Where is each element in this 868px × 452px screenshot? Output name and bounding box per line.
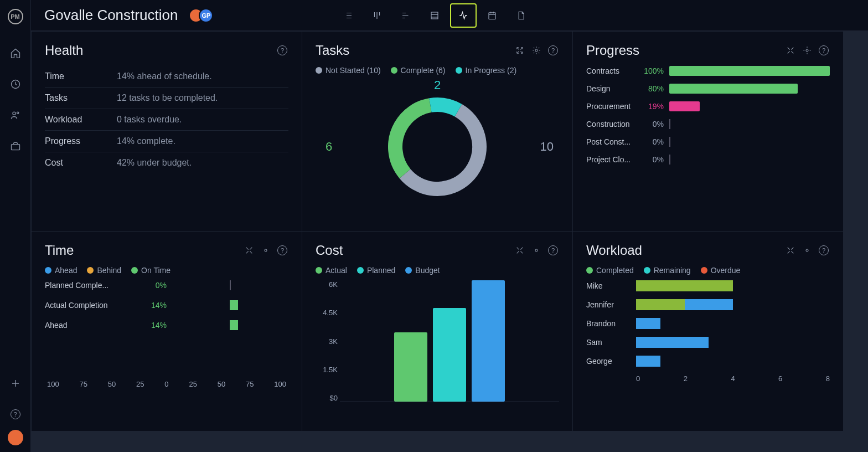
cost-bar-actual [394, 332, 427, 402]
tab-docs[interactable] [508, 3, 534, 28]
progress-row: Procurement19% [586, 101, 830, 111]
panel-title-progress: Progress [586, 43, 639, 58]
legend-item: Actual [316, 266, 347, 275]
panel-health: Health ? Time14% ahead of schedule.Tasks… [32, 32, 302, 231]
cost-bar-planned [433, 308, 466, 402]
clock-icon[interactable] [4, 73, 27, 95]
panel-title-time: Time [45, 243, 74, 258]
svg-rect-3 [11, 145, 19, 150]
tab-list[interactable] [335, 3, 361, 28]
legend-item: Complete (6) [391, 66, 446, 75]
svg-rect-5 [489, 12, 495, 19]
settings-button[interactable] [260, 244, 272, 256]
time-row: Planned Comple...0% [45, 280, 288, 290]
topbar: Govalle Construction GP [31, 0, 868, 31]
panel-title-workload: Workload [586, 243, 642, 258]
legend-item: Completed [586, 266, 634, 275]
team-icon[interactable] [4, 104, 27, 126]
svg-point-13 [806, 249, 808, 251]
legend-item: Behind [87, 266, 121, 275]
workload-row: Sam [586, 337, 830, 348]
tab-activity[interactable] [450, 3, 477, 28]
time-row: Ahead14% [45, 320, 288, 330]
progress-row: Post Const...0% [586, 137, 830, 147]
settings-button[interactable] [801, 44, 813, 56]
workload-row: Brandon [586, 318, 830, 329]
panel-title-health: Health [45, 43, 83, 58]
expand-button[interactable] [784, 44, 797, 56]
legend-item: Planned [357, 266, 395, 275]
health-row: Time14% ahead of schedule. [45, 66, 288, 88]
panel-tasks: Tasks ? Not Started (10)Complete (6)In P… [302, 32, 572, 231]
expand-button[interactable] [514, 244, 526, 256]
settings-button[interactable] [530, 44, 542, 56]
legend-item: Not Started (10) [316, 66, 381, 75]
legend-item: Budget [405, 266, 440, 275]
tab-gantt[interactable] [392, 3, 419, 28]
tab-board[interactable] [364, 3, 390, 28]
panel-progress: Progress ? Contracts100%Design80%Procure… [573, 32, 843, 231]
help-button[interactable]: ? [818, 44, 830, 56]
svg-point-11 [265, 249, 267, 251]
legend-item: Overdue [701, 266, 741, 275]
expand-button[interactable] [514, 44, 526, 56]
health-row: Tasks12 tasks to be completed. [45, 88, 288, 109]
legend-item: Ahead [45, 266, 77, 275]
time-row: Actual Completion14% [45, 300, 288, 310]
svg-point-1 [13, 112, 16, 115]
cost-bar-budget [472, 280, 505, 402]
panel-cost: Cost ? ActualPlannedBudget 6K4.5K3K1.5K$… [302, 232, 572, 431]
health-row: Workload0 tasks overdue. [45, 109, 288, 131]
help-button[interactable]: ? [547, 44, 559, 56]
workload-row: Jennifer [586, 299, 830, 310]
health-row: Cost42% under budget. [45, 152, 288, 173]
view-tabs [335, 3, 534, 28]
progress-row: Contracts100% [586, 66, 830, 76]
settings-button[interactable] [801, 244, 813, 256]
add-icon[interactable] [4, 372, 27, 394]
svg-point-6 [535, 49, 538, 52]
legend-item: On Time [131, 266, 170, 275]
health-row: Progress14% complete. [45, 131, 288, 152]
briefcase-icon[interactable] [4, 135, 27, 157]
help-button[interactable]: ? [818, 244, 830, 256]
help-button[interactable]: ? [547, 244, 559, 256]
expand-button[interactable] [243, 244, 255, 256]
help-button[interactable]: ? [276, 244, 288, 256]
svg-point-12 [535, 249, 538, 251]
progress-row: Construction0% [586, 119, 830, 129]
tasks-donut-chart: 2 10 6 [316, 80, 559, 213]
user-avatar[interactable] [8, 430, 23, 445]
svg-point-10 [806, 49, 808, 52]
legend-item: In Progress (2) [456, 66, 517, 75]
help-button[interactable]: ? [276, 44, 288, 56]
sidebar: PM ? [0, 0, 31, 452]
panel-time: Time ? AheadBehindOn Time Planned Comple… [32, 232, 302, 431]
panel-title-cost: Cost [316, 243, 343, 258]
panel-title-tasks: Tasks [316, 43, 349, 58]
app-logo[interactable]: PM [8, 9, 23, 24]
cost-bar-chart: 6K4.5K3K1.5K$0 [316, 280, 559, 424]
svg-rect-4 [431, 12, 438, 19]
progress-row: Design80% [586, 84, 830, 94]
legend-item: Remaining [644, 266, 691, 275]
progress-row: Project Clo...0% [586, 155, 830, 165]
project-title: Govalle Construction [44, 7, 178, 24]
svg-point-2 [17, 112, 18, 114]
tab-calendar[interactable] [479, 3, 505, 28]
panel-workload: Workload ? CompletedRemainingOverdue Mik… [573, 232, 843, 431]
tab-sheet[interactable] [421, 3, 448, 28]
workload-row: Mike [586, 280, 830, 291]
home-icon[interactable] [4, 42, 27, 64]
expand-button[interactable] [784, 244, 797, 256]
workload-row: George [586, 356, 830, 367]
settings-button[interactable] [530, 244, 542, 256]
help-icon[interactable]: ? [4, 403, 27, 425]
member-avatars[interactable]: GP [189, 8, 213, 23]
